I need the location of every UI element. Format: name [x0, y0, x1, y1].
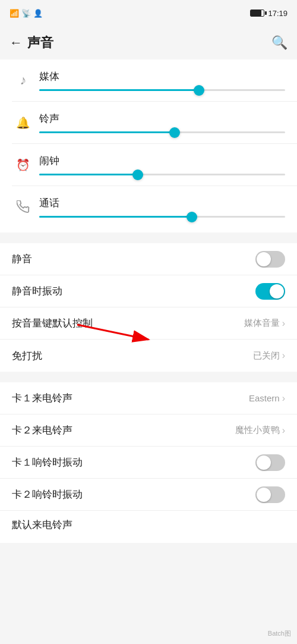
- header: ← 声音 🔍: [0, 26, 297, 59]
- row-volume-key[interactable]: 按音量键默认控制 媒体音量 ›: [0, 307, 297, 340]
- call-slider-fill: [39, 216, 192, 218]
- ringtone-slider-fill: [39, 131, 175, 133]
- alarm-volume-control: 闹钟: [39, 154, 285, 175]
- battery-icon: [250, 10, 264, 17]
- status-right: 17:19: [250, 9, 287, 18]
- sim1-ringtone-right: Eastern ›: [249, 393, 285, 404]
- volume-key-label: 按音量键默认控制: [12, 316, 93, 330]
- ringtone-label: 铃声: [39, 112, 285, 125]
- status-left: 📶 📡 👤: [10, 9, 43, 18]
- sim1-ringtone-value: Eastern: [249, 393, 280, 403]
- call-label: 通话: [39, 196, 285, 210]
- dnd-label: 免打扰: [12, 349, 42, 363]
- row-sim2-ringtone[interactable]: 卡２来电铃声 魔性小黄鸭 ›: [0, 414, 297, 447]
- media-icon: ♪: [12, 73, 34, 88]
- volume-item-call: 通话: [0, 186, 297, 228]
- section-divider-2: [0, 378, 297, 382]
- row-sim1-vibrate[interactable]: 卡１响铃时振动: [0, 447, 297, 479]
- alarm-icon: ⏰: [12, 158, 34, 172]
- alarm-slider[interactable]: [39, 174, 285, 175]
- sim1-vibrate-label: 卡１响铃时振动: [12, 455, 83, 469]
- row-vibrate-silent[interactable]: 静音时振动: [0, 275, 297, 307]
- alarm-slider-fill: [39, 174, 138, 175]
- dnd-chevron: ›: [282, 350, 285, 361]
- sim2-vibrate-toggle[interactable]: [255, 486, 285, 503]
- row-default-ringtone[interactable]: 默认来电铃声: [0, 511, 297, 543]
- silent-label: 静音: [12, 252, 32, 266]
- volume-item-alarm: ⏰ 闹钟: [0, 144, 297, 186]
- row-sim1-ringtone[interactable]: 卡１来电铃声 Eastern ›: [0, 382, 297, 414]
- red-arrow: [77, 337, 184, 375]
- call-slider[interactable]: [39, 216, 285, 218]
- volume-key-value: 媒体音量: [244, 318, 280, 329]
- sim1-vibrate-toggle-knob: [257, 455, 271, 470]
- sim2-ringtone-label: 卡２来电铃声: [12, 423, 72, 437]
- sim2-ringtone-chevron: ›: [282, 425, 285, 436]
- watermark: Batch图: [268, 629, 291, 638]
- row-silent[interactable]: 静音: [0, 243, 297, 275]
- extra-icon: 👤: [33, 9, 43, 18]
- vibrate-silent-toggle-knob: [270, 284, 284, 299]
- sim1-vibrate-toggle[interactable]: [255, 454, 285, 471]
- sim2-vibrate-label: 卡２响铃时振动: [12, 488, 83, 501]
- ringtone-slider[interactable]: [39, 131, 285, 133]
- row-sim2-vibrate[interactable]: 卡２响铃时振动: [0, 479, 297, 511]
- search-button[interactable]: 🔍: [271, 35, 287, 51]
- status-time: 17:19: [268, 9, 287, 18]
- sim2-ringtone-value: 魔性小黄鸭: [235, 425, 280, 436]
- dnd-right: 已关闭 ›: [253, 350, 285, 362]
- call-slider-thumb[interactable]: [187, 212, 197, 222]
- sim1-ringtone-label: 卡１来电铃声: [12, 391, 72, 405]
- header-left: ← 声音: [10, 34, 53, 52]
- media-volume-control: 媒体: [39, 70, 285, 91]
- signal-icon: 📶: [10, 9, 19, 18]
- call-volume-control: 通话: [39, 196, 285, 218]
- silent-toggle[interactable]: [255, 251, 285, 268]
- media-label: 媒体: [39, 70, 285, 83]
- volume-section: ♪ 媒体 🔔 铃声 ⏰ 闹钟: [0, 59, 297, 233]
- section-divider-1: [0, 238, 297, 243]
- dnd-value: 已关闭: [253, 350, 280, 362]
- volume-key-right: 媒体音量 ›: [244, 318, 285, 329]
- default-ringtone-label: 默认来电铃声: [12, 518, 72, 532]
- media-slider-thumb[interactable]: [194, 85, 204, 96]
- battery-fill: [251, 10, 261, 16]
- ringtone-volume-control: 铃声: [39, 112, 285, 133]
- call-icon: [12, 200, 34, 213]
- ringtone-slider-thumb[interactable]: [169, 127, 180, 138]
- ringtone-section: 卡１来电铃声 Eastern › 卡２来电铃声 魔性小黄鸭 › 卡１响铃时振动 …: [0, 382, 297, 543]
- volume-item-ringtone: 🔔 铃声: [0, 102, 297, 143]
- silent-toggle-knob: [257, 252, 271, 266]
- media-slider[interactable]: [39, 89, 285, 91]
- ringtone-icon: 🔔: [12, 116, 34, 130]
- media-slider-fill: [39, 89, 199, 91]
- page-title: 声音: [27, 34, 53, 52]
- vibrate-silent-label: 静音时振动: [12, 284, 62, 298]
- row-dnd[interactable]: 免打扰 已关闭 ›: [0, 340, 297, 372]
- sim2-vibrate-toggle-knob: [257, 488, 271, 502]
- volume-item-media: ♪ 媒体: [0, 59, 297, 101]
- status-bar: 📶 📡 👤 17:19: [0, 0, 297, 26]
- settings-section-1: 静音 静音时振动 按音量键默认控制 媒体音量 › 免打扰 已关闭 ›: [0, 243, 297, 372]
- alarm-slider-thumb[interactable]: [132, 169, 143, 180]
- sim1-ringtone-chevron: ›: [282, 393, 285, 404]
- sim2-ringtone-right: 魔性小黄鸭 ›: [235, 425, 285, 436]
- vibrate-silent-toggle[interactable]: [255, 283, 285, 300]
- alarm-label: 闹钟: [39, 154, 285, 168]
- back-button[interactable]: ←: [10, 35, 23, 51]
- volume-key-chevron: ›: [282, 318, 285, 329]
- wifi-icon: 📡: [21, 9, 31, 18]
